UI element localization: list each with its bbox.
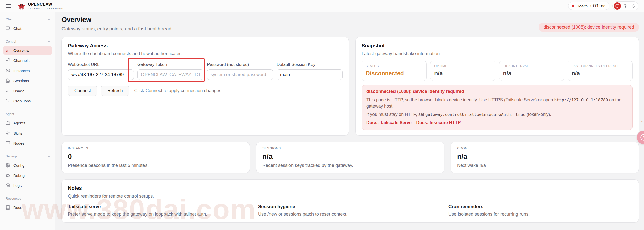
- sidebar-item-nodes[interactable]: Nodes: [3, 139, 52, 148]
- square-icon: [638, 121, 640, 123]
- note-title: Cron reminders: [448, 204, 633, 210]
- stat-tile-status: STATUS Disconnected: [362, 61, 427, 81]
- page-subtitle: Gateway status, entry points, and a fast…: [61, 26, 173, 32]
- sidebar-section-chat-header[interactable]: Chat –: [3, 16, 52, 23]
- link-separator: ·: [413, 120, 415, 125]
- sidebar-item-channels[interactable]: Channels: [3, 56, 52, 65]
- page-title: Overview: [61, 16, 173, 24]
- gateway-access-card: Gateway Access Where the dashboard conne…: [61, 37, 349, 136]
- sidebar-section-resources-header[interactable]: Resources: [3, 195, 52, 202]
- health-value: Offline: [590, 4, 605, 8]
- sidebar-item-label: Overview: [13, 48, 29, 53]
- theme-system-button[interactable]: [614, 2, 621, 10]
- sidebar-item-overview[interactable]: Overview: [3, 46, 52, 55]
- default-session-key-input[interactable]: [277, 69, 343, 80]
- note-description: Use /new or sessions.patch to reset cont…: [258, 212, 442, 217]
- sidebar-section-control-header[interactable]: Control –: [3, 38, 52, 45]
- metric-description: Presence beacons in the last 5 minutes.: [68, 163, 243, 168]
- sidebar-section-label: Control: [6, 39, 16, 43]
- instances-metric-card: INSTANCES 0 Presence beacons in the last…: [61, 142, 250, 173]
- note-cron-reminders: Cron reminders Use isolated sessions for…: [448, 204, 633, 217]
- metric-value: n/a: [457, 153, 633, 161]
- sidebar-item-usage[interactable]: Usage: [3, 86, 52, 95]
- moon-icon: [632, 4, 635, 8]
- sidebar-item-agents[interactable]: Agents: [3, 118, 52, 128]
- sparkle-icon: ✦: [641, 121, 643, 123]
- sidebar-item-logs[interactable]: Logs: [3, 181, 52, 190]
- sidebar-item-label: Docs: [13, 205, 22, 210]
- note-tailscale-serve: Tailscale serve Prefer serve mode to kee…: [68, 204, 252, 217]
- sidebar-section-settings-header[interactable]: Settings –: [3, 153, 52, 160]
- crab-mascot-icon: [18, 2, 25, 10]
- field-label: Password (not stored): [207, 62, 273, 67]
- theme-toggle: [612, 1, 638, 10]
- usage-bars-icon: [6, 89, 10, 93]
- connect-button[interactable]: Connect: [68, 86, 97, 96]
- theme-dark-button[interactable]: [630, 2, 637, 10]
- sessions-metric-card: SESSIONS n/a Recent session keys tracked…: [256, 142, 444, 173]
- stat-label: UPTIME: [434, 64, 491, 68]
- field-label: Default Session Key: [277, 62, 343, 67]
- sidebar-section-label: Resources: [6, 197, 21, 200]
- sidebar-item-label: Sessions: [13, 79, 29, 83]
- sidebar-item-docs[interactable]: Docs: [3, 203, 52, 212]
- sun-icon: [624, 4, 628, 8]
- link-icon: [6, 58, 10, 63]
- docs-insecure-http-link[interactable]: Docs: Insecure HTTP: [416, 120, 461, 125]
- sidebar-item-label: Config: [13, 163, 24, 168]
- sidebar-item-cron-jobs[interactable]: Cron Jobs: [3, 96, 52, 106]
- sidebar-section-agent-header[interactable]: Agent –: [3, 111, 52, 117]
- sidebar-item-config[interactable]: Config: [3, 161, 52, 170]
- stat-tile-tick-interval: TICK INTERVAL n/a: [499, 61, 564, 81]
- card-subtitle: Latest gateway handshake information.: [362, 51, 633, 56]
- scroll-icon: [6, 183, 10, 188]
- file-text-icon: [6, 78, 10, 83]
- card-title: Snapshot: [362, 43, 633, 49]
- sidebar-item-label: Logs: [13, 183, 22, 188]
- sidebar: Chat – Chat Control – Overview Channels …: [0, 12, 55, 230]
- stat-tile-uptime: UPTIME n/a: [430, 61, 495, 81]
- monitor-icon: [6, 141, 10, 145]
- sidebar-item-label: Cron Jobs: [13, 99, 31, 103]
- websocket-url-input[interactable]: [68, 69, 134, 80]
- collapse-dash-icon: –: [48, 39, 50, 43]
- stat-value: Disconnected: [366, 70, 423, 77]
- book-icon: [6, 205, 10, 210]
- refresh-button[interactable]: Refresh: [101, 86, 129, 96]
- sidebar-item-chat[interactable]: Chat: [3, 24, 52, 33]
- floating-mini-icons: ✦: [638, 121, 643, 126]
- bar-chart-icon: [6, 48, 10, 53]
- sidebar-item-label: Channels: [13, 58, 29, 63]
- field-password: Password (not stored): [207, 62, 273, 80]
- sidebar-item-label: Skills: [13, 131, 22, 135]
- gateway-token-input[interactable]: [137, 69, 203, 80]
- gateway-access-form: WebSocket URL Gateway Token Password (no…: [68, 62, 343, 80]
- stat-label: TICK INTERVAL: [503, 64, 560, 68]
- connect-hint-text: Click Connect to apply connection change…: [134, 88, 222, 93]
- disconnect-alert-badge: disconnected (1008): device identity req…: [539, 23, 639, 32]
- chat-bubble-icon: [6, 26, 10, 31]
- hamburger-menu-icon[interactable]: [6, 4, 11, 8]
- sidebar-item-sessions[interactable]: Sessions: [3, 76, 52, 85]
- theme-light-button[interactable]: [622, 2, 629, 10]
- square-icon: [641, 124, 643, 126]
- sidebar-item-debug[interactable]: Debug: [3, 171, 52, 180]
- sidebar-item-instances[interactable]: Instances: [3, 66, 52, 75]
- stat-label: STATUS: [366, 64, 423, 68]
- note-session-hygiene: Session hygiene Use /new or sessions.pat…: [258, 204, 442, 217]
- password-input[interactable]: [207, 69, 273, 80]
- health-label: Health: [577, 4, 588, 8]
- card-title: Gateway Access: [68, 43, 343, 49]
- docs-tailscale-serve-link[interactable]: Docs: Tailscale Serve: [366, 120, 412, 125]
- error-text: (token-only).: [525, 112, 551, 117]
- collapse-dash-icon: –: [48, 112, 50, 116]
- sidebar-item-label: Agents: [13, 121, 25, 125]
- sidebar-item-skills[interactable]: Skills: [3, 129, 52, 138]
- zap-icon: [6, 131, 10, 135]
- metric-description: Recent session keys tracked by the gatew…: [262, 163, 438, 168]
- collapse-dash-icon: –: [48, 17, 50, 21]
- field-label: Gateway Token: [137, 62, 203, 67]
- sidebar-section-label: Agent: [6, 112, 14, 116]
- app-title: OPENCLAW: [28, 2, 64, 7]
- broadcast-icon: [6, 68, 10, 73]
